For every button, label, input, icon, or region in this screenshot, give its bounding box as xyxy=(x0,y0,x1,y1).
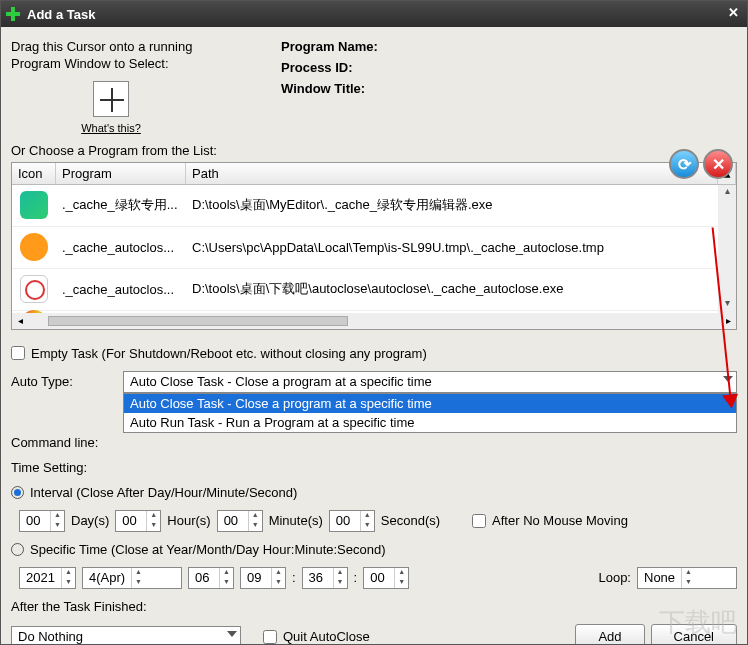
second-of-minute-spinner[interactable]: 00▲▼ xyxy=(363,567,409,589)
hour-of-day-spinner[interactable]: 09▲▼ xyxy=(240,567,286,589)
drag-instruction: Drag this Cursor onto a running Program … xyxy=(11,39,251,73)
auto-type-option[interactable]: Auto Close Task - Close a program at a s… xyxy=(124,394,736,413)
chevron-down-icon[interactable] xyxy=(723,376,733,382)
specific-time-label: Specific Time (Close at Year/Month/Day H… xyxy=(30,542,386,557)
horizontal-scrollbar[interactable]: ◂ ▸ xyxy=(12,313,736,329)
refresh-icon[interactable]: ⟳ xyxy=(669,149,699,179)
program-path-cell: C:\Users\pc\AppData\Local\Temp\is-SL99U.… xyxy=(186,240,736,255)
day-of-month-spinner[interactable]: 06▲▼ xyxy=(188,567,234,589)
program-icon xyxy=(20,191,48,219)
crosshair-icon[interactable] xyxy=(93,81,129,117)
program-icon xyxy=(20,275,48,303)
close-icon[interactable]: ✕ xyxy=(723,5,743,23)
program-name-label: Program Name: xyxy=(281,39,378,54)
window-title-label: Window Title: xyxy=(281,81,378,96)
after-finish-dropdown[interactable]: Do Nothing xyxy=(11,626,241,645)
auto-type-options: Auto Close Task - Close a program at a s… xyxy=(123,393,737,433)
program-name-cell: ._cache_autoclos... xyxy=(56,240,186,255)
chevron-down-icon[interactable] xyxy=(227,631,237,637)
titlebar: Add a Task ✕ xyxy=(1,1,747,27)
col-path[interactable]: Path xyxy=(186,163,718,184)
col-icon[interactable]: Icon xyxy=(12,163,56,184)
delete-icon[interactable]: ✕ xyxy=(703,149,733,179)
add-button[interactable]: Add xyxy=(575,624,644,645)
col-program[interactable]: Program xyxy=(56,163,186,184)
process-id-label: Process ID: xyxy=(281,60,378,75)
table-row[interactable]: ._cache_autoclos...D:\tools\桌面\下载吧\autoc… xyxy=(12,269,736,311)
year-spinner[interactable]: 2021▲▼ xyxy=(19,567,76,589)
add-task-window: Add a Task ✕ Drag this Cursor onto a run… xyxy=(0,0,748,645)
empty-task-label: Empty Task (For Shutdown/Reboot etc. wit… xyxy=(31,346,427,361)
vertical-scrollbar[interactable]: ▴▾ xyxy=(718,185,736,313)
after-no-mouse-label: After No Mouse Moving xyxy=(492,513,628,528)
program-icon xyxy=(24,310,44,313)
app-plus-icon xyxy=(5,6,21,22)
table-row[interactable]: ._cache_autoclos...C:\Users\pc\AppData\L… xyxy=(12,227,736,269)
table-row[interactable]: ._cache_绿软专用...D:\tools\桌面\MyEditor\._ca… xyxy=(12,185,736,227)
hour-spinner[interactable]: 00▲▼ xyxy=(115,510,161,532)
program-icon xyxy=(20,233,48,261)
loop-label: Loop: xyxy=(598,570,631,585)
cancel-button[interactable]: Cancel xyxy=(651,624,737,645)
time-setting-label: Time Setting: xyxy=(11,460,87,475)
quit-autoclose-label: Quit AutoClose xyxy=(283,629,370,644)
specific-time-radio[interactable] xyxy=(11,543,24,556)
day-spinner[interactable]: 00▲▼ xyxy=(19,510,65,532)
interval-label: Interval (Close After Day/Hour/Minute/Se… xyxy=(30,485,297,500)
auto-type-option[interactable]: Auto Run Task - Run a Program at a speci… xyxy=(124,413,736,432)
minute-of-hour-spinner[interactable]: 36▲▼ xyxy=(302,567,348,589)
choose-program-label: Or Choose a Program from the List: xyxy=(11,143,737,158)
whats-this-link[interactable]: What's this? xyxy=(81,122,141,134)
program-name-cell: ._cache_autoclos... xyxy=(56,282,186,297)
program-name-cell: ._cache_绿软专用... xyxy=(56,196,186,214)
empty-task-checkbox[interactable] xyxy=(11,346,25,360)
interval-radio[interactable] xyxy=(11,486,24,499)
window-title: Add a Task xyxy=(27,7,723,22)
after-no-mouse-checkbox[interactable] xyxy=(472,514,486,528)
after-finish-label: After the Task Finished: xyxy=(11,599,147,614)
program-table: Icon Program Path ▴ ._cache_绿软专用...D:\to… xyxy=(11,162,737,330)
command-line-label: Command line: xyxy=(11,435,117,450)
month-spinner[interactable]: 4(Apr)▲▼ xyxy=(82,567,182,589)
second-spinner[interactable]: 00▲▼ xyxy=(329,510,375,532)
auto-type-dropdown[interactable]: Auto Close Task - Close a program at a s… xyxy=(123,371,737,393)
loop-dropdown[interactable]: None▲▼ xyxy=(637,567,737,589)
program-path-cell: D:\tools\桌面\MyEditor\._cache_绿软专用编辑器.exe xyxy=(186,196,736,214)
minute-spinner[interactable]: 00▲▼ xyxy=(217,510,263,532)
quit-autoclose-checkbox[interactable] xyxy=(263,630,277,644)
program-path-cell: D:\tools\桌面\下载吧\autoclose\autoclose\._ca… xyxy=(186,280,736,298)
auto-type-label: Auto Type: xyxy=(11,374,117,389)
